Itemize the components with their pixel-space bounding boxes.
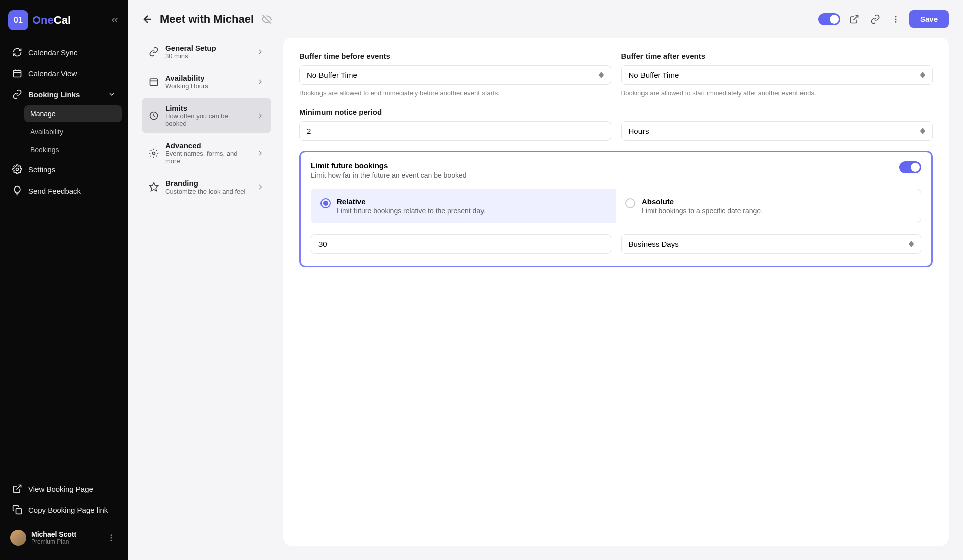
svg-point-13 xyxy=(895,16,896,17)
svg-point-7 xyxy=(111,534,112,536)
min-notice-label: Minimum notice period xyxy=(299,108,933,116)
logo-row: 01 OneCal xyxy=(6,10,122,30)
logo-text: OneCal xyxy=(32,14,71,27)
active-toggle[interactable] xyxy=(818,13,840,25)
logo-icon: 01 xyxy=(8,10,28,30)
svg-point-8 xyxy=(111,537,112,539)
stepper-icon xyxy=(599,72,604,78)
link-icon xyxy=(12,89,22,99)
header-actions: Save xyxy=(818,10,949,28)
limit-future-toggle[interactable] xyxy=(899,161,921,173)
chevron-right-icon xyxy=(256,183,264,191)
svg-point-9 xyxy=(111,540,112,541)
user-plan: Premium Plan xyxy=(31,538,100,545)
nav-sub-manage[interactable]: Manage xyxy=(24,105,122,122)
header: Meet with Michael Save xyxy=(128,0,963,38)
svg-point-4 xyxy=(16,168,19,171)
nav-calendar-view[interactable]: Calendar View xyxy=(6,63,122,83)
buffer-before-label: Buffer time before events xyxy=(299,52,611,60)
stepper-icon xyxy=(909,241,914,247)
radio-relative[interactable]: Relative Limit future bookings relative … xyxy=(311,189,616,223)
svg-point-15 xyxy=(895,21,896,22)
nav-calendar-sync[interactable]: Calendar Sync xyxy=(6,42,122,62)
stepper-icon xyxy=(920,128,925,134)
svg-line-5 xyxy=(16,485,21,490)
snav-general[interactable]: General Setup30 mins xyxy=(142,38,271,66)
svg-rect-0 xyxy=(14,70,21,77)
snav-availability[interactable]: AvailabilityWorking Hours xyxy=(142,68,271,96)
buffer-after-label: Buffer time after events xyxy=(621,52,933,60)
limit-future-unit-select[interactable]: Business Days xyxy=(621,234,922,254)
nav-label: Booking Links xyxy=(28,90,80,99)
nav-settings[interactable]: Settings xyxy=(6,159,122,179)
nav-sub-availability[interactable]: Availability xyxy=(24,123,122,140)
avatar[interactable] xyxy=(10,530,26,546)
limits-panel: Buffer time before events No Buffer Time… xyxy=(283,38,949,546)
snav-limits[interactable]: LimitsHow often you can be booked xyxy=(142,98,271,133)
limit-mode-radio: Relative Limit future bookings relative … xyxy=(311,189,921,223)
sync-icon xyxy=(12,47,22,57)
user-name: Michael Scott xyxy=(31,530,100,538)
sidebar-bottom: View Booking Page Copy Booking Page link… xyxy=(6,479,122,550)
buffer-before-helper: Bookings are allowed to end immediately … xyxy=(299,89,611,98)
svg-line-12 xyxy=(853,15,858,20)
arrow-left-icon xyxy=(142,13,154,25)
nav-label: Calendar View xyxy=(28,69,77,78)
nav-label: Calendar Sync xyxy=(28,48,77,57)
nav-copy-booking-link[interactable]: Copy Booking Page link xyxy=(6,500,122,520)
radio-icon xyxy=(320,198,331,208)
limit-future-title: Limit future bookings xyxy=(311,161,467,170)
limit-future-section: Limit future bookings Limit how far in t… xyxy=(299,151,933,267)
external-link-icon xyxy=(12,484,22,494)
chevron-right-icon xyxy=(256,149,264,157)
radio-absolute[interactable]: Absolute Limit bookings to a specific da… xyxy=(616,189,921,223)
min-notice-input[interactable]: 2 xyxy=(299,121,611,141)
content: General Setup30 mins AvailabilityWorking… xyxy=(128,38,963,560)
buffer-after-helper: Bookings are allowed to start immediatel… xyxy=(621,89,933,98)
link-icon xyxy=(149,47,159,57)
logo[interactable]: 01 OneCal xyxy=(8,10,71,30)
buffer-after-select[interactable]: No Buffer Time xyxy=(621,65,933,85)
chevron-down-icon xyxy=(108,90,116,98)
calendar-icon xyxy=(12,68,22,78)
page-title: Meet with Michael xyxy=(160,13,254,26)
chevron-right-icon xyxy=(256,112,264,120)
lightbulb-icon xyxy=(12,185,22,196)
nav: Calendar Sync Calendar View Booking Link… xyxy=(6,42,122,479)
collapse-sidebar-icon[interactable] xyxy=(110,15,120,25)
nav-label: Settings xyxy=(28,165,55,174)
calendar-icon xyxy=(149,77,159,87)
settings-nav: General Setup30 mins AvailabilityWorking… xyxy=(142,38,271,546)
nav-booking-sub: Manage Availability Bookings xyxy=(6,105,122,158)
svg-marker-20 xyxy=(150,183,158,191)
chevron-right-icon xyxy=(256,48,264,56)
svg-point-19 xyxy=(153,152,155,154)
nav-booking-links[interactable]: Booking Links xyxy=(6,84,122,104)
nav-send-feedback[interactable]: Send Feedback xyxy=(6,180,122,201)
svg-rect-16 xyxy=(150,79,158,85)
gear-icon xyxy=(149,148,159,158)
buffer-before-select[interactable]: No Buffer Time xyxy=(299,65,611,85)
nav-sub-bookings[interactable]: Bookings xyxy=(24,141,122,158)
svg-point-14 xyxy=(895,18,896,20)
nav-label: Copy Booking Page link xyxy=(28,506,108,514)
more-menu-icon[interactable] xyxy=(889,13,902,26)
nav-view-booking-page[interactable]: View Booking Page xyxy=(6,479,122,499)
main: Meet with Michael Save General Setup30 m… xyxy=(128,0,963,560)
back-button[interactable] xyxy=(142,13,154,25)
user-menu-icon[interactable] xyxy=(105,531,118,544)
gear-icon xyxy=(12,164,22,174)
save-button[interactable]: Save xyxy=(909,10,949,28)
copy-link-icon[interactable] xyxy=(868,12,882,26)
nav-label: View Booking Page xyxy=(28,485,93,493)
star-icon xyxy=(149,182,159,192)
snav-branding[interactable]: BrandingCustomize the look and feel xyxy=(142,173,271,201)
limit-future-value-input[interactable]: 30 xyxy=(311,234,611,254)
min-notice-unit-select[interactable]: Hours xyxy=(621,121,933,141)
snav-advanced[interactable]: AdvancedEvent names, forms, and more xyxy=(142,135,271,171)
open-external-icon[interactable] xyxy=(847,12,861,26)
limit-future-sub: Limit how far in the future an event can… xyxy=(311,171,467,179)
copy-icon xyxy=(12,505,22,515)
stepper-icon xyxy=(920,72,925,78)
visibility-icon[interactable] xyxy=(260,12,274,26)
